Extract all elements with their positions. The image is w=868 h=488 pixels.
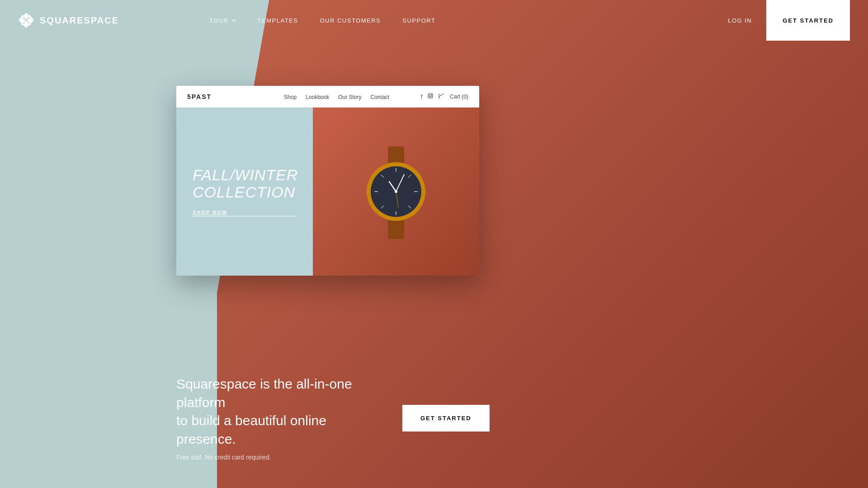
svg-point-7 <box>432 94 432 94</box>
svg-rect-2 <box>28 17 34 23</box>
mockup-nav-story: Our Story <box>338 93 361 101</box>
mockup-nav-lookbook: Lookbook <box>306 93 329 101</box>
bottom-sub-text: Free trial. No credit card required. <box>176 454 375 461</box>
mockup-nav-links: Shop Lookbook Our Story Contact <box>284 93 389 101</box>
svg-rect-5 <box>428 94 433 98</box>
mockup-nav-contact: Contact <box>371 93 389 101</box>
watch-illustration <box>355 137 437 246</box>
templates-link[interactable]: TEMPLATES <box>258 17 298 24</box>
main-navigation: SQUARESPACE TOUR TEMPLATES OUR CUSTOMERS… <box>0 0 868 41</box>
mockup-hero: FALL/WINTERCOLLECTION SHOP NOW <box>176 108 479 276</box>
mockup-cart: Cart (0) <box>450 94 468 100</box>
tour-link[interactable]: TOUR <box>209 17 236 24</box>
nav-links-list: TOUR TEMPLATES OUR CUSTOMERS SUPPORT <box>209 16 435 24</box>
carousel-dot-3[interactable] <box>200 89 204 93</box>
mockup-hero-right <box>313 108 480 276</box>
logo-link[interactable]: SQUARESPACE <box>18 12 119 28</box>
mockup-hero-left: FALL/WINTERCOLLECTION SHOP NOW <box>176 108 313 276</box>
chevron-down-icon <box>231 18 236 23</box>
browser-mockup: 5PAST Shop Lookbook Our Story Contact f … <box>176 86 479 276</box>
instagram-icon <box>428 93 433 100</box>
nav-item-templates[interactable]: TEMPLATES <box>258 16 298 24</box>
svg-rect-3 <box>19 17 25 23</box>
nav-item-support[interactable]: SUPPORT <box>402 16 435 24</box>
nav-right-section: LOG IN GET STARTED <box>728 0 850 41</box>
svg-rect-4 <box>23 22 29 28</box>
carousel-dot-2[interactable] <box>192 89 196 93</box>
squarespace-brand-icon <box>18 12 34 28</box>
logo-text: SQUARESPACE <box>40 15 119 26</box>
bottom-get-started-button[interactable]: GET STARTED <box>402 405 490 432</box>
support-link[interactable]: SUPPORT <box>402 17 435 24</box>
mockup-brand-name: 5PAST <box>187 93 212 100</box>
our-customers-link[interactable]: OUR CUSTOMERS <box>320 17 381 24</box>
nav-item-customers[interactable]: OUR CUSTOMERS <box>320 16 381 24</box>
svg-point-6 <box>429 95 432 97</box>
mockup-hero-title: FALL/WINTERCOLLECTION <box>193 167 297 201</box>
mockup-inner-nav: 5PAST Shop Lookbook Our Story Contact f … <box>176 86 479 108</box>
nav-item-tour[interactable]: TOUR <box>209 17 236 24</box>
twitter-icon <box>439 94 444 100</box>
nav-get-started-button[interactable]: GET STARTED <box>766 0 850 41</box>
mockup-shop-now-link[interactable]: SHOP NOW <box>193 210 297 216</box>
login-link[interactable]: LOG IN <box>728 17 752 24</box>
mockup-nav-shop: Shop <box>284 93 297 101</box>
bottom-text-block: Squarespace is the all-in-one platformto… <box>176 375 375 461</box>
svg-rect-1 <box>23 13 29 19</box>
bottom-headline: Squarespace is the all-in-one platformto… <box>176 375 375 448</box>
mockup-social-icons: f Cart (0) <box>421 93 468 100</box>
carousel-dot-1[interactable] <box>184 89 188 93</box>
svg-point-23 <box>395 190 397 193</box>
bottom-cta-section: Squarespace is the all-in-one platformto… <box>176 375 490 461</box>
facebook-icon: f <box>421 94 422 100</box>
